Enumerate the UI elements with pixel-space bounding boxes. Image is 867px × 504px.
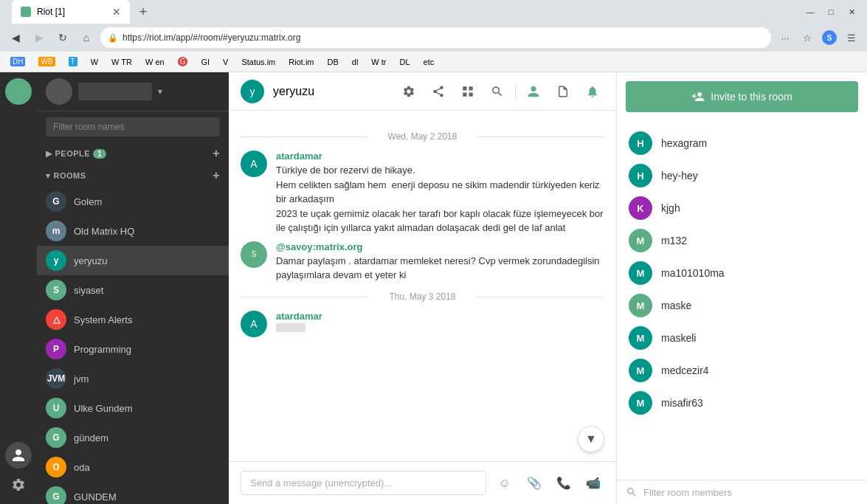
members-button[interactable] [522,80,545,103]
voice-call-button[interactable]: 📞 [553,472,575,494]
bookmark-dl[interactable]: dl [348,56,363,68]
search-icon [626,486,638,498]
more-button[interactable]: ··· [776,28,795,47]
bookmark-w1[interactable]: W [86,56,103,68]
url-box[interactable]: 🔒 https://riot.im/app/#/room/#yeryuzu:ma… [100,27,771,48]
bookmark-wen[interactable]: W en [141,56,169,68]
room-item-name: yeryuzu [74,255,220,266]
url-text: https://riot.im/app/#/room/#yeryuzu:matr… [122,32,764,43]
add-people-button[interactable]: + [213,147,220,160]
browser-actions: ··· ☆ S ☰ [776,28,861,47]
room-item-name: System Alerts [74,314,220,325]
bookmark-wtr[interactable]: W TR [107,56,137,68]
menu-button[interactable]: ☰ [842,28,861,47]
home-button[interactable]: ⌂ [77,28,96,47]
people-chevron-icon: ▶ [46,149,52,159]
rooms-section-header[interactable]: ▾ ROOMS + [37,165,229,187]
files-button[interactable] [551,80,575,103]
grid-view-button[interactable] [456,80,480,103]
member-list-item[interactable]: M maskeli [617,322,867,354]
member-list-item[interactable]: M m132 [617,224,867,257]
room-list-item[interactable]: G GUNDEM [37,482,229,504]
room-list-item[interactable]: S siyaset [37,275,229,305]
people-section-header[interactable]: ▶ PEOPLE 1 + [37,142,229,165]
room-list-item[interactable]: O oda [37,452,229,482]
member-avatar: M [629,359,652,382]
message-text: Damar paylaşım . atardamar memleket nere… [276,254,604,283]
bookmark-t[interactable]: T [64,55,82,68]
new-tab-button[interactable]: + [133,1,153,22]
star-button[interactable]: ☆ [798,28,817,47]
bookmark-etc[interactable]: etc [419,56,439,68]
room-item-avatar: U [46,398,66,418]
forward-button[interactable]: ▶ [30,28,49,47]
rooms-chevron-icon: ▾ [46,171,51,181]
room-item-name: oda [74,462,220,473]
message-input[interactable] [241,471,486,495]
bookmark-wtr2[interactable]: W tr [367,56,390,68]
bookmark-gi[interactable]: GI [196,56,214,68]
search-button[interactable] [486,80,509,103]
bm-label: DL [400,58,410,66]
bookmark-dh[interactable]: DH [6,55,30,68]
bm-label: W tr [371,58,386,66]
room-list-item[interactable]: P Programming [37,334,229,364]
sidebar-people-icon[interactable] [5,442,32,469]
browser-tab[interactable]: Riot [1] ✕ [12,0,130,24]
scroll-down-button[interactable]: ▼ [578,426,604,452]
member-name: medcezir4 [661,365,709,376]
bookmark-riot[interactable]: Riot.im [284,56,318,68]
room-list-item[interactable]: △ System Alerts [37,305,229,334]
room-list-item[interactable]: m Old Matrix HQ [37,216,229,246]
room-list-item[interactable]: U Ulke Gundem [37,393,229,423]
rooms-section-label: ROOMS [54,171,86,180]
bm-label: W [91,58,98,66]
bookmark-db[interactable]: DB [323,56,343,68]
member-name: ma101010ma [661,267,725,279]
date-divider-thu: Thu, May 3 2018 [241,291,604,302]
emoji-button[interactable]: ☺ [494,472,516,494]
attachment-button[interactable]: 📎 [523,472,545,494]
tab-close-button[interactable]: ✕ [112,6,121,18]
member-list-item[interactable]: M misafir63 [617,387,867,419]
header-chevron-icon[interactable]: ▾ [158,86,162,97]
settings-button[interactable] [397,80,421,103]
video-call-button[interactable]: 📹 [582,472,604,494]
room-list-item[interactable]: G gündem [37,423,229,452]
filter-members-input[interactable] [643,487,858,498]
minimize-button[interactable]: — [801,4,820,19]
room-list-item[interactable]: y yeryuzu [37,246,229,275]
room-item-avatar: P [46,339,66,359]
member-list-item[interactable]: H hey-hey [617,159,867,192]
filter-rooms-input[interactable] [46,117,220,137]
room-items-container: G Golem m Old Matrix HQ y yeryuzu S siya… [37,187,229,504]
bookmark-status[interactable]: Status.im [237,56,280,68]
share-button[interactable] [426,80,450,103]
member-list-item[interactable]: H hexagram [617,127,867,159]
close-button[interactable]: ✕ [842,4,861,19]
refresh-button[interactable]: ↻ [53,28,72,47]
chat-area: y yeryuzu [229,72,616,504]
member-list-item[interactable]: M maske [617,289,867,322]
member-list-item[interactable]: K kjgh [617,192,867,224]
bookmark-dl2[interactable]: DL [395,56,415,68]
invite-to-room-button[interactable]: Invite to this room [626,81,858,112]
sidebar-settings-icon[interactable] [5,472,32,498]
sidebar-icons [0,72,37,504]
notifications-button[interactable] [581,80,604,103]
bm-label: Riot.im [289,58,314,66]
room-list-item[interactable]: G Golem [37,187,229,216]
bookmark-wb[interactable]: WB [34,55,59,68]
header-divider [515,83,516,100]
room-item-name: gündem [74,432,220,443]
member-list-item[interactable]: M medcezir4 [617,354,867,387]
user-avatar-icon[interactable] [5,78,32,105]
window-controls: — □ ✕ [801,4,861,19]
add-room-button[interactable]: + [213,169,220,182]
room-list-item[interactable]: JVM jvm [37,364,229,393]
back-button[interactable]: ◀ [6,28,25,47]
member-list-item[interactable]: M ma101010ma [617,257,867,289]
maximize-button[interactable]: □ [821,4,840,19]
bookmark-g[interactable]: G [173,55,193,68]
bookmark-v[interactable]: V [218,56,232,68]
